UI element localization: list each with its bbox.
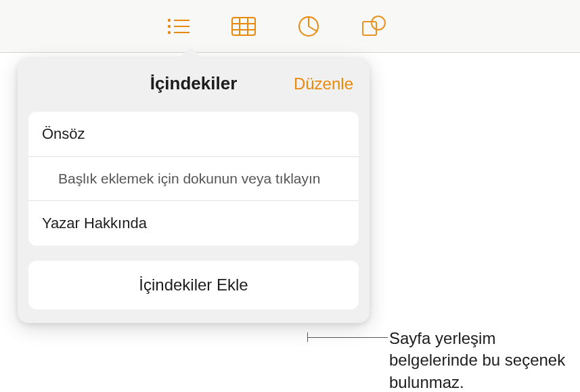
toc-item[interactable]: Önsöz	[28, 112, 359, 157]
table-icon	[231, 16, 256, 37]
shape-toolbar-button[interactable]	[357, 10, 390, 43]
pie-chart-icon	[297, 15, 320, 38]
toolbar	[0, 0, 580, 53]
annotation-leader-line	[308, 337, 388, 338]
shapes-icon	[361, 15, 386, 38]
svg-point-13	[372, 16, 385, 30]
popover-header: İçindekiler Düzenle	[28, 70, 359, 97]
svg-point-4	[168, 30, 171, 33]
toc-item[interactable]: Başlık eklemek için dokunun veya tıklayı…	[28, 157, 359, 201]
edit-button[interactable]: Düzenle	[294, 74, 353, 93]
toc-popover: İçindekiler Düzenle Önsöz Başlık eklemek…	[18, 58, 370, 323]
toc-toolbar-button[interactable]	[162, 10, 195, 43]
list-icon	[166, 17, 191, 36]
annotation-text: Sayfa yerleşim belgelerinde bu seçenek b…	[389, 328, 572, 392]
svg-rect-6	[232, 18, 255, 35]
toc-item[interactable]: Yazar Hakkında	[28, 201, 359, 246]
popover-title: İçindekiler	[150, 73, 238, 93]
svg-point-0	[168, 18, 171, 21]
svg-point-2	[168, 24, 171, 27]
table-toolbar-button[interactable]	[227, 10, 260, 43]
toc-list: Önsöz Başlık eklemek için dokunun veya t…	[28, 112, 359, 246]
add-toc-button[interactable]: İçindekiler Ekle	[28, 261, 359, 309]
chart-toolbar-button[interactable]	[292, 10, 325, 43]
